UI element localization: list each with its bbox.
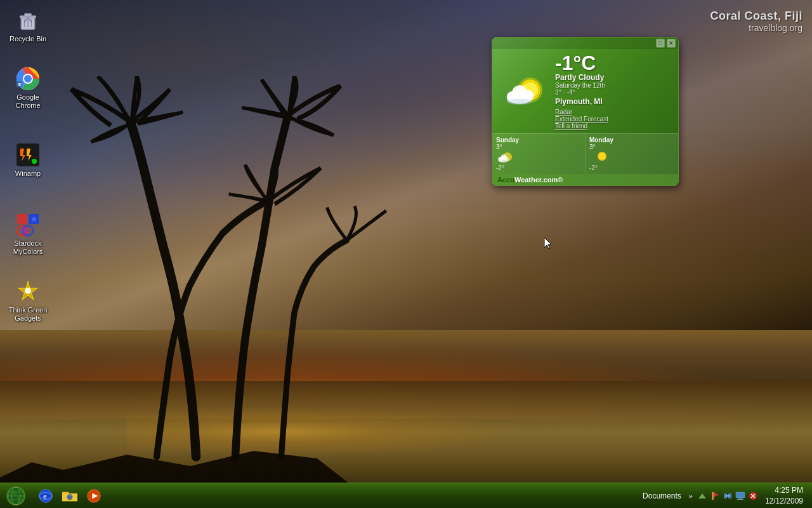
watermark: Coral Coast, Fiji travelblog.org: [710, 10, 802, 33]
tray-monitor-icon[interactable]: [735, 490, 746, 502]
svg-marker-52: [698, 493, 706, 498]
taskbar-start-button[interactable]: [0, 483, 32, 509]
taskbar-documents-label: Documents: [643, 491, 681, 500]
google-chrome-label: GoogleChrome: [15, 93, 40, 110]
weather-tell-link[interactable]: Tell a friend: [555, 123, 673, 130]
google-chrome-icon: IE: [15, 66, 41, 91]
watermark-website: travelblog.org: [710, 23, 802, 33]
svg-rect-56: [726, 495, 730, 497]
think-green-gadgets-icon: [15, 279, 41, 304]
clock-date: 12/12/2009: [765, 496, 803, 507]
taskbar-media-icon[interactable]: [82, 486, 105, 506]
svg-point-35: [599, 153, 605, 159]
weather-condition: Partly Cloudy: [555, 73, 673, 82]
forecast-monday-icon: [589, 150, 607, 164]
recycle-bin-icon: [15, 8, 41, 33]
forecast-day-sunday: Sunday 3° -2°: [492, 134, 586, 174]
desktop: Coral Coast, Fiji travelblog.org Recycle…: [0, 0, 812, 508]
weather-temp-range: 3° - -4°: [555, 89, 673, 96]
tray-back-icon[interactable]: [697, 490, 708, 502]
weather-body: -1°C Partly Cloudy Saturday the 12th 3° …: [492, 49, 678, 133]
svg-point-12: [32, 159, 37, 164]
clock-time: 4:25 PM: [765, 485, 803, 496]
taskbar-overflow-arrows[interactable]: »: [688, 492, 694, 500]
svg-rect-57: [736, 492, 745, 498]
watermark-location: Coral Coast, Fiji: [710, 10, 802, 23]
desktop-icon-recycle-bin[interactable]: Recycle Bin: [5, 5, 51, 46]
weather-icon-area: [497, 53, 551, 130]
tray-network-icon[interactable]: [722, 490, 733, 502]
forecast-sunday-high: 3°: [496, 144, 581, 150]
weather-forecast: Sunday 3° -2° Monday 3°: [492, 133, 678, 174]
recycle-bin-label: Recycle Bin: [10, 35, 46, 43]
weather-restore-button[interactable]: □: [656, 39, 665, 48]
weather-titlebar: □ ✕: [492, 37, 678, 49]
accuweather-logo: AccuWeather.com®: [497, 176, 563, 184]
taskbar-documents-button[interactable]: Documents: [639, 491, 685, 500]
desktop-icon-winamp[interactable]: Winamp: [5, 140, 51, 180]
forecast-sunday-low: -2°: [496, 164, 581, 171]
tray-flag-icon[interactable]: [709, 490, 721, 502]
globe-icon: [6, 486, 26, 506]
svg-rect-53: [712, 492, 714, 500]
svg-text:IE: IE: [18, 83, 22, 86]
svg-point-33: [501, 154, 507, 161]
system-tray: [697, 490, 759, 502]
taskbar-ie-icon[interactable]: e: [34, 486, 57, 506]
svg-point-19: [22, 227, 29, 234]
weather-widget: □ ✕: [492, 37, 679, 186]
svg-point-8: [24, 75, 32, 83]
palm-trees: [38, 76, 393, 470]
think-green-gadgets-label: Think GreenGadgets: [9, 306, 48, 323]
svg-point-29: [507, 98, 533, 104]
desktop-icon-stardock-mycolors[interactable]: StardockMyColors: [5, 210, 51, 258]
weather-extended-link[interactable]: Extended Forecast: [555, 116, 673, 123]
desktop-icon-think-green-gadgets[interactable]: Think GreenGadgets: [5, 276, 51, 325]
svg-rect-2: [25, 13, 32, 17]
weather-main-info: -1°C Partly Cloudy Saturday the 12th 3° …: [555, 53, 673, 130]
weather-temperature: -1°C: [555, 53, 673, 73]
stardock-mycolors-icon: [15, 212, 41, 237]
tray-alert-icon[interactable]: [747, 490, 759, 502]
taskbar-right: Documents »: [639, 485, 812, 507]
taskbar: e: [0, 483, 812, 508]
winamp-label: Winamp: [15, 170, 41, 178]
taskbar-quick-launch: e: [32, 483, 639, 508]
taskbar-clock[interactable]: 4:25 PM 12/12/2009: [761, 485, 807, 507]
svg-rect-59: [737, 499, 743, 500]
svg-point-48: [67, 494, 72, 500]
svg-text:e: e: [43, 493, 46, 499]
taskbar-folder-icon[interactable]: [58, 486, 81, 506]
weather-radar-link[interactable]: Radar: [555, 109, 673, 116]
weather-footer: AccuWeather.com®: [492, 174, 678, 185]
weather-close-button[interactable]: ✕: [667, 39, 676, 48]
forecast-sunday-name: Sunday: [496, 137, 581, 144]
svg-point-21: [25, 288, 31, 294]
svg-marker-14: [17, 214, 27, 224]
desktop-icon-google-chrome[interactable]: IE GoogleChrome: [5, 64, 51, 112]
forecast-monday-name: Monday: [589, 137, 674, 144]
stardock-mycolors-label: StardockMyColors: [13, 239, 43, 256]
forecast-day-monday: Monday 3° -2°: [586, 134, 678, 174]
forecast-monday-low: -2°: [589, 164, 674, 171]
weather-date: Saturday the 12th: [555, 82, 673, 89]
forecast-sunday-icon: [496, 150, 514, 164]
weather-location: Plymouth, MI: [555, 97, 673, 106]
winamp-icon: [15, 142, 41, 168]
forecast-monday-high: 3°: [589, 144, 674, 150]
